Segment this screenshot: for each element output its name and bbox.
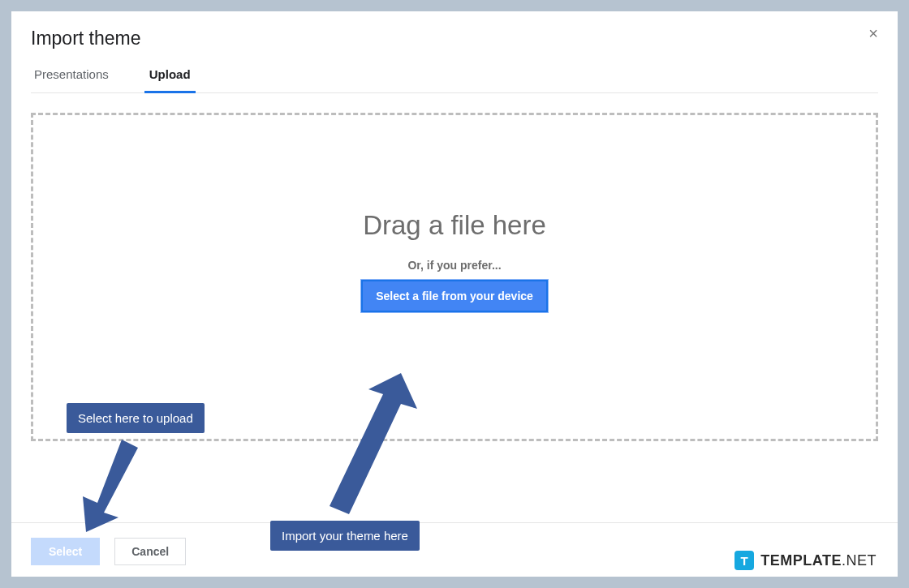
dialog-title: Import theme bbox=[31, 23, 878, 67]
dropzone-title: Drag a file here bbox=[363, 210, 546, 241]
annotation-select-upload: Select here to upload bbox=[67, 403, 205, 433]
brand-suffix: .NET bbox=[842, 552, 877, 569]
tab-presentations[interactable]: Presentations bbox=[34, 67, 109, 92]
dropzone-subtext: Or, if you prefer... bbox=[407, 259, 501, 272]
tab-upload[interactable]: Upload bbox=[149, 67, 191, 92]
dialog-header: Import theme Presentations Upload bbox=[11, 11, 898, 93]
cancel-button[interactable]: Cancel bbox=[114, 538, 186, 565]
svg-marker-1 bbox=[330, 373, 417, 514]
arrow-icon bbox=[80, 436, 144, 534]
brand-watermark: T TEMPLATE.NET bbox=[735, 551, 877, 570]
tabs: Presentations Upload bbox=[31, 67, 878, 93]
close-button[interactable]: × bbox=[868, 24, 878, 43]
select-button[interactable]: Select bbox=[31, 538, 100, 565]
svg-marker-0 bbox=[83, 440, 138, 532]
select-file-button[interactable]: Select a file from your device bbox=[361, 280, 548, 312]
arrow-icon bbox=[323, 371, 420, 526]
upload-dropzone[interactable]: Drag a file here Or, if you prefer... Se… bbox=[31, 113, 878, 441]
brand-icon: T bbox=[735, 551, 754, 570]
brand-name: TEMPLATE bbox=[760, 552, 842, 569]
